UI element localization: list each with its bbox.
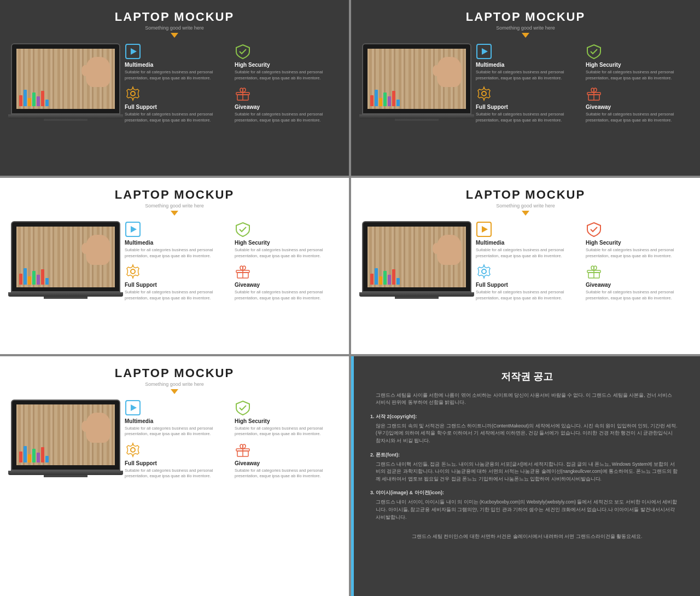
copyright-section-1: 1. 서작 2(copyright): 않은 그랜드의 속의 및 서적건은 그랜…	[370, 413, 684, 445]
laptop-base-5	[8, 471, 123, 475]
multimedia-desc-2: Suitable for all categories business and…	[476, 70, 579, 81]
slide-4-features: Multimedia Suitable for all categories b…	[476, 221, 689, 301]
feature-giveaway-4: Giveaway Suitable for all categories bus…	[586, 263, 689, 301]
laptop-screen-1	[11, 43, 120, 114]
security-desc-2: Suitable for all categories business and…	[586, 70, 689, 81]
multimedia-title-3: Multimedia	[125, 240, 228, 246]
play-icon-5	[125, 400, 141, 416]
slide-2-arrow	[522, 33, 529, 38]
gift-icon-2	[586, 85, 602, 102]
giveaway-desc-2: Suitable for all categories business and…	[586, 112, 689, 123]
slide-1: LAPTOP MOCKUP Something good write here	[0, 0, 349, 176]
copyright-section-3-text: 그랜드스 내이 서이이, 아이시들 내이 의 이미는 (Kucboyboxby.…	[370, 499, 684, 521]
chart-3	[19, 268, 49, 285]
security-desc-5: Suitable for all categories business and…	[235, 426, 338, 437]
laptop-stand-1	[44, 119, 88, 121]
shield-icon-4	[586, 221, 602, 238]
security-title-5: High Security	[235, 418, 338, 424]
laptop-screen-5	[11, 400, 120, 471]
support-desc-3: Suitable for all categories business and…	[125, 290, 228, 301]
slide-5-laptop	[11, 400, 120, 477]
feature-giveaway-5: Giveaway Suitable for all categories bus…	[235, 442, 338, 479]
slide-3-features: Multimedia Suitable for all categories b…	[125, 221, 338, 301]
slide-1-features: Multimedia Suitable for all categories b…	[125, 43, 338, 123]
play-icon-2	[476, 43, 492, 60]
slide-5-body: Multimedia Suitable for all categories b…	[11, 400, 338, 479]
svg-marker-13	[131, 226, 137, 233]
shield-icon-3	[235, 221, 251, 238]
laptop-base-3	[8, 292, 123, 297]
slide-4-laptop	[362, 221, 471, 299]
slide-5-subtitle: Something good write here	[145, 381, 204, 387]
svg-marker-25	[131, 404, 137, 411]
slide-4-title: LAPTOP MOCKUP	[466, 188, 585, 202]
slide-2-subtitle: Something good write here	[496, 25, 555, 31]
slide-4-subtitle: Something good write here	[496, 203, 555, 209]
shield-icon-5	[235, 400, 251, 416]
giveaway-desc-5: Suitable for all categories business and…	[235, 468, 338, 479]
slide-1-body: Multimedia Suitable for all categories b…	[11, 43, 338, 123]
copyright-section-3-title: 3. 야이시(image) & 아이전(icon):	[370, 489, 684, 496]
feature-security-1: High Security Suitable for all categorie…	[235, 43, 338, 81]
giveaway-title-5: Giveaway	[235, 460, 338, 466]
feature-security-4: High Security Suitable for all categorie…	[586, 221, 689, 259]
gift-icon-1	[235, 85, 251, 102]
slide-2: LAPTOP MOCKUP Something good write here	[351, 0, 700, 176]
feature-multimedia-2: Multimedia Suitable for all categories b…	[476, 43, 579, 81]
svg-marker-1	[131, 48, 137, 55]
shield-icon-1	[235, 43, 251, 60]
feature-security-3: High Security Suitable for all categorie…	[235, 221, 338, 259]
security-title-4: High Security	[586, 240, 689, 246]
slide-3-arrow	[171, 211, 178, 216]
slide-3-body: Multimedia Suitable for all categories b…	[11, 221, 338, 301]
giveaway-desc-4: Suitable for all categories business and…	[586, 290, 689, 301]
copyright-section-3: 3. 야이시(image) & 아이전(icon): 그랜드스 내이 서이이, …	[370, 489, 684, 521]
laptop-stand-5	[44, 475, 88, 477]
giveaway-title-1: Giveaway	[235, 104, 338, 110]
multimedia-title-4: Multimedia	[476, 240, 579, 246]
copyright-intro: 그랜드스 세팀을 사이를 서한에 나름이 엮어 소비하는 사이트에 당신이 사용…	[370, 392, 684, 407]
security-desc-4: Suitable for all categories business and…	[586, 247, 689, 259]
chart-5	[19, 446, 49, 462]
screen-content-1	[16, 49, 115, 109]
giveaway-title-2: Giveaway	[586, 104, 689, 110]
laptop-base-2	[359, 114, 474, 119]
security-desc-1: Suitable for all categories business and…	[235, 70, 338, 81]
feature-security-2: High Security Suitable for all categorie…	[586, 43, 689, 81]
fist-2	[437, 57, 462, 87]
chart-2	[370, 90, 400, 106]
copyright-section-1-title: 1. 서작 2(copyright):	[370, 413, 684, 420]
slide-2-features: Multimedia Suitable for all categories b…	[476, 43, 689, 123]
security-title-1: High Security	[235, 62, 338, 68]
copyright-title: 저작권 공고	[501, 370, 553, 383]
play-icon-1	[125, 43, 141, 60]
feature-security-5: High Security Suitable for all categorie…	[235, 400, 338, 437]
multimedia-title-5: Multimedia	[125, 418, 228, 424]
security-title-3: High Security	[235, 240, 338, 246]
screen-content-4	[368, 227, 466, 287]
laptop-screen-4	[362, 221, 471, 292]
gear-icon-1	[125, 85, 141, 102]
svg-marker-7	[482, 48, 488, 55]
support-desc-1: Suitable for all categories business and…	[125, 112, 228, 123]
svg-point-2	[131, 91, 135, 96]
support-desc-4: Suitable for all categories business and…	[476, 290, 579, 301]
multimedia-title-1: Multimedia	[125, 62, 228, 68]
slide-2-title: LAPTOP MOCKUP	[466, 10, 585, 24]
support-desc-2: Suitable for all categories business and…	[476, 112, 579, 123]
gear-icon-3	[125, 263, 141, 280]
slide-4-body: Multimedia Suitable for all categories b…	[362, 221, 689, 301]
security-desc-3: Suitable for all categories business and…	[235, 247, 338, 259]
feature-giveaway-1: Giveaway Suitable for all categories bus…	[235, 85, 338, 123]
copyright-section-1-text: 않은 그랜드의 속의 및 서적건은 그랜드스 하이트니까(ContentMake…	[370, 423, 684, 445]
giveaway-desc-3: Suitable for all categories business and…	[235, 290, 338, 301]
fist-4	[437, 235, 462, 265]
copyright-outro: 그랜드스 세팀 컨이인스에 대한 서면하 서건은 솔레이서에서 내려하여 서면 …	[406, 533, 648, 541]
slide-5-arrow	[171, 389, 178, 394]
support-title-4: Full Support	[476, 282, 579, 288]
laptop-base-1	[8, 114, 123, 119]
fist-5	[86, 413, 110, 443]
copyright-section-2-title: 2. 폰트(font):	[370, 452, 684, 459]
multimedia-desc-1: Suitable for all categories business and…	[125, 70, 228, 81]
feature-support-5: Full Support Suitable for all categories…	[125, 442, 228, 479]
